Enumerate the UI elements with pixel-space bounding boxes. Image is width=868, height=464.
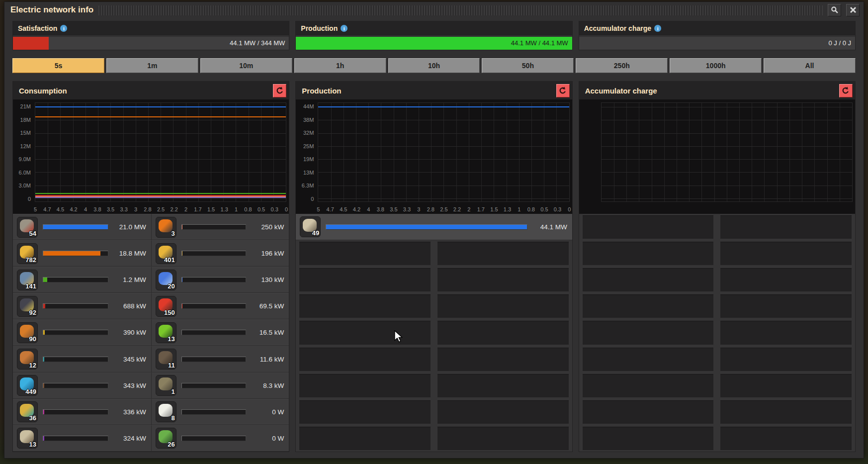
- satisfaction-bar-fill: [13, 37, 49, 50]
- time-button-1h[interactable]: 1h: [294, 58, 386, 73]
- x-tick-label: 4.7: [327, 206, 334, 212]
- production-graph: 44M38M32M25M19M13M6.3M054.74.54.243.83.5…: [296, 99, 572, 214]
- x-tick-label: 2.8: [427, 206, 434, 212]
- consumption-entry[interactable]: 78218.8 MW: [13, 240, 151, 267]
- consumption-entry[interactable]: 1411.2 MW: [13, 267, 151, 293]
- entry-usage-fill: [43, 383, 44, 388]
- empty-list-cell: [299, 242, 431, 265]
- consumption-entry[interactable]: 36336 kW: [13, 399, 151, 425]
- entry-usage-bar: [43, 357, 108, 362]
- pumpjack-green-icon: 26: [156, 428, 176, 449]
- entry-count: 11: [168, 362, 175, 369]
- time-button-1m[interactable]: 1m: [106, 58, 198, 73]
- consumption-entry[interactable]: 20130 kW: [151, 267, 289, 293]
- dark-brown-machine-icon: 11: [156, 349, 176, 370]
- consumption-entry[interactable]: 449343 kW: [13, 372, 151, 399]
- production-value: 44.1 MW / 44.1 MW: [511, 37, 568, 50]
- x-tick-label: 1.7: [477, 206, 485, 212]
- entry-usage-bar: [43, 277, 108, 282]
- entry-usage-bar: [43, 436, 108, 441]
- y-tick-label: 12M: [13, 143, 31, 149]
- empty-list-cell: [437, 427, 569, 450]
- consumption-entry[interactable]: 15069.5 kW: [151, 293, 289, 319]
- production-entry[interactable]: 4944.1 MW: [296, 214, 572, 240]
- x-tick-label: 2.2: [170, 206, 177, 212]
- time-button-10h[interactable]: 10h: [388, 58, 480, 73]
- info-icon[interactable]: i: [341, 25, 347, 32]
- entry-count: 13: [29, 441, 36, 448]
- y-tick-label: 32M: [296, 130, 314, 136]
- reset-icon: [842, 87, 850, 94]
- empty-list-cell: [583, 321, 714, 344]
- accumulator-charge-entry-list: [579, 214, 855, 452]
- consumption-plot-area: [35, 102, 286, 202]
- info-icon[interactable]: i: [654, 25, 661, 32]
- entry-value: 69.5 kW: [251, 302, 284, 310]
- consumption-entry[interactable]: 13324 kW: [13, 425, 151, 452]
- entry-count: 3: [171, 230, 174, 237]
- entry-value: 18.8 MW: [113, 250, 146, 257]
- production-bar: 44.1 MW / 44.1 MW: [296, 37, 572, 50]
- consumption-header: Consumption: [13, 82, 289, 99]
- empty-list-cell: [583, 427, 714, 450]
- x-tick-label: 0.8: [244, 206, 252, 212]
- accumulator-charge-reset-button[interactable]: [839, 84, 853, 97]
- satisfaction-summary: Satisfaction i 44.1 MW / 344 MW: [12, 21, 289, 50]
- consumption-entry[interactable]: 12345 kW: [13, 346, 151, 372]
- entry-usage-fill: [182, 278, 182, 282]
- empty-list-cell: [720, 321, 852, 344]
- consumption-entry[interactable]: 18.3 kW: [151, 372, 289, 399]
- time-button-5s[interactable]: 5s: [12, 58, 104, 73]
- x-tick-label: 5: [316, 206, 321, 212]
- production-plot-area: [318, 102, 569, 202]
- entry-usage-bar: [43, 251, 108, 256]
- satisfaction-value: 44.1 MW / 344 MW: [230, 37, 285, 50]
- empty-list-cell: [583, 294, 714, 318]
- steam-engine-icon: 49: [300, 216, 321, 237]
- entry-usage-bar: [181, 277, 247, 282]
- x-tick-label: 4.5: [57, 206, 64, 212]
- consumption-entry[interactable]: 260 W: [151, 425, 289, 452]
- consumption-entry[interactable]: 401196 kW: [151, 240, 289, 267]
- window-title: Electric network info: [10, 5, 93, 15]
- crusher-machine-icon: 54: [17, 217, 38, 238]
- copper-machine-icon: 12: [17, 349, 38, 370]
- entry-count: 13: [168, 335, 174, 343]
- search-button[interactable]: [828, 4, 841, 16]
- time-button-50h[interactable]: 50h: [482, 58, 574, 73]
- time-button-250h[interactable]: 250h: [576, 58, 668, 73]
- empty-list-cell: [437, 268, 569, 291]
- x-tick-label: 1.5: [207, 206, 215, 212]
- titlebar-drag-handle[interactable]: [98, 5, 823, 15]
- lamp-icon: 8: [156, 401, 176, 422]
- entry-value: 345 kW: [113, 356, 146, 363]
- time-button-1000h[interactable]: 1000h: [670, 58, 762, 73]
- consumption-entry[interactable]: 90390 kW: [13, 319, 151, 346]
- consumption-entry[interactable]: 1316.5 kW: [151, 319, 289, 346]
- x-tick-label: 1.3: [220, 206, 228, 212]
- x-tick-label: 3.3: [120, 206, 127, 212]
- consumption-entry[interactable]: 80 W: [151, 399, 289, 425]
- consumption-entry[interactable]: 92688 kW: [13, 293, 151, 319]
- production-title: Production: [302, 87, 556, 95]
- production-reset-button[interactable]: [556, 84, 570, 97]
- close-button[interactable]: [846, 4, 860, 16]
- consumption-entry[interactable]: 1111.6 kW: [151, 346, 289, 372]
- consumption-reset-button[interactable]: [273, 84, 286, 97]
- empty-list-cell: [437, 321, 569, 344]
- x-tick-label: 3.5: [107, 206, 114, 212]
- entry-usage-fill: [43, 357, 44, 362]
- empty-list-cell: [583, 348, 714, 371]
- accumulator-charge-header: Accumulator charge: [579, 82, 855, 99]
- consumption-entry[interactable]: 5421.0 MW: [13, 214, 151, 240]
- entry-usage-bar: [181, 251, 247, 256]
- entry-count: 141: [25, 282, 36, 290]
- entry-usage-fill: [43, 278, 47, 282]
- info-icon[interactable]: i: [60, 25, 67, 32]
- x-tick-label: 4.2: [353, 206, 360, 212]
- graph-series-line: [35, 106, 286, 107]
- time-button-10m[interactable]: 10m: [200, 58, 292, 73]
- consumption-entry[interactable]: 3250 kW: [151, 214, 289, 240]
- entry-count: 401: [164, 256, 175, 264]
- time-button-All[interactable]: All: [764, 58, 856, 73]
